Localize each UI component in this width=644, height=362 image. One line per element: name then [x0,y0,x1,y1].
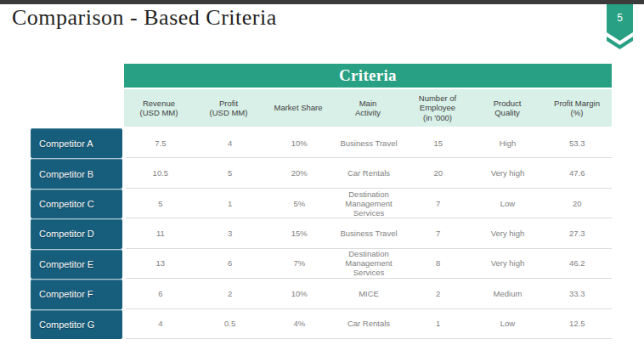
table-cell: Medium [473,279,543,308]
table-cell: 20% [264,158,334,187]
table-cell: Very high [473,249,543,278]
table-cell: 10.5 [126,158,195,187]
table-cell: 8 [404,249,473,278]
table-row: Competitor D 11 3 15% Business Travel 7 … [31,218,612,248]
row-label: Competitor E [31,249,122,279]
table-row: Competitor B 10.5 5 20% Car Rentals 20 V… [31,158,612,188]
table-cell: MICE [334,279,404,308]
table-cell: 27.3 [542,218,612,247]
table-cell: 2 [404,279,473,308]
row-label: Competitor F [31,279,122,308]
table-cell: Destination Management Services [334,189,404,218]
column-header-market-share: Market Share [263,89,333,127]
table-cell: 2 [195,279,265,308]
table-cell: 5% [264,189,334,218]
table-cell: 7% [264,249,334,278]
table-cell: 12.5 [542,309,612,338]
table-row: Competitor G 4 0.5 4% Car Rentals 1 Low … [31,309,612,339]
row-data: 6 2 10% MICE 2 Medium 33.3 [126,279,612,308]
table-cell: 10% [264,128,334,157]
row-label: Competitor C [31,189,122,218]
table-row: Competitor F 6 2 10% MICE 2 Medium 33.3 [31,279,612,308]
column-header-employees: Number of Employee (in '000) [403,89,472,127]
row-label: Competitor G [31,309,122,339]
table-cell: 5 [195,158,265,187]
table-cell: 11 [126,218,195,247]
row-data: 13 6 7% Destination Management Services … [126,249,612,279]
table-cell: 4% [264,309,334,338]
table-cell: 20 [404,158,473,187]
table-cell: 1 [195,189,265,218]
top-accent-bar [0,0,644,4]
table-cell: 6 [195,249,265,278]
table-cell: 13 [126,249,195,278]
table-cell: 1 [404,309,473,338]
table-column-headers: Revenue (USD MM) Profit (USD MM) Market … [124,89,612,127]
slide-title: Comparison - Based Criteria [12,5,277,31]
table-cell: Business Travel [334,128,404,157]
table-cell: Destination Management Services [334,249,404,278]
table-cell: Very high [473,158,543,187]
ribbon-chevron-icon [607,4,633,49]
table-cell: 20 [542,189,612,218]
table-cell: 3 [195,218,265,247]
row-label: Competitor D [31,218,122,248]
page-number-badge: 5 [607,4,633,49]
table-cell: 7 [404,218,473,247]
table-cell: Low [473,189,543,218]
column-header-profit: Profit (USD MM) [194,89,263,127]
table-cell: Car Rentals [334,309,404,338]
column-header-main-activity: Main Activity [333,89,403,127]
page-number: 5 [607,12,633,24]
table-cell: High [473,128,543,157]
row-data: 10.5 5 20% Car Rentals 20 Very high 47.6 [126,158,612,188]
row-data: 7.5 4 10% Business Travel 15 High 53.3 [126,128,612,158]
table-cell: 5 [126,189,195,218]
row-label: Competitor A [31,128,122,158]
row-data: 4 0.5 4% Car Rentals 1 Low 12.5 [126,309,612,339]
table-row: Competitor A 7.5 4 10% Business Travel 1… [31,128,612,158]
table-cell: 4 [195,128,265,157]
table-cell: 4 [126,309,195,338]
column-header-product-quality: Product Quality [472,89,542,127]
table-cell: 0.5 [195,309,265,338]
table-cell: 33.3 [542,279,612,308]
table-row: Competitor E 13 6 7% Destination Managem… [31,249,612,279]
table-cell: 7 [404,189,473,218]
table-cell: 15% [264,218,334,247]
table-criteria-header: Criteria [124,64,612,88]
column-header-revenue: Revenue (USD MM) [124,89,194,127]
row-data: 5 1 5% Destination Management Services 7… [126,189,612,218]
table-cell: 10% [264,279,334,308]
table-cell: 15 [404,128,473,157]
table-cell: 53.3 [542,128,612,157]
table-cell: Car Rentals [334,158,404,187]
table-row: Competitor C 5 1 5% Destination Manageme… [31,189,612,218]
presentation-slide: Comparison - Based Criteria 5 Criteria R… [0,0,644,362]
table-cell: Business Travel [334,218,404,247]
table-cell: Very high [473,218,543,247]
table-body: Competitor A 7.5 4 10% Business Travel 1… [31,128,612,339]
table-cell: 46.2 [542,249,612,278]
row-label: Competitor B [31,158,122,188]
table-cell: Low [473,309,543,338]
table-cell: 47.6 [542,158,612,187]
table-cell: 6 [126,279,195,308]
column-header-profit-margin: Profit Margin (%) [542,89,612,127]
table-cell: 7.5 [126,128,195,157]
row-data: 11 3 15% Business Travel 7 Very high 27.… [126,218,612,248]
